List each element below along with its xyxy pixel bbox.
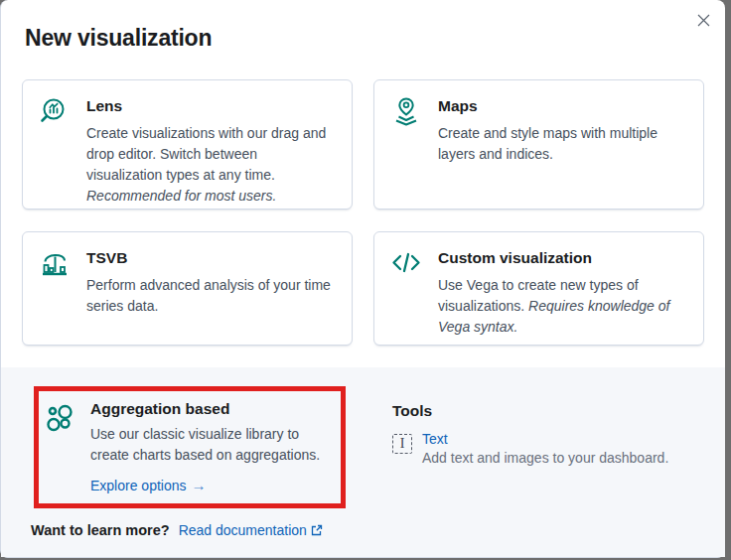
aggregation-circles-icon — [45, 404, 76, 436]
card-description: Perform advanced analysis of your time s… — [86, 275, 336, 317]
card-title: TSVB — [86, 248, 336, 268]
tools-section: Tools I Text Add text and images to your… — [392, 401, 668, 468]
aggregation-based-option[interactable]: Aggregation based Use our classic visual… — [34, 386, 346, 508]
tools-heading: Tools — [392, 401, 668, 421]
right-arrow-icon: → — [192, 476, 207, 495]
close-icon — [697, 14, 710, 27]
text-tool-link[interactable]: Text — [422, 431, 668, 448]
learn-more-prompt: Want to learn more? — [31, 522, 170, 538]
card-title: Maps — [438, 96, 687, 116]
card-tsvb[interactable]: TSVB Perform advanced analysis of your t… — [22, 231, 353, 346]
close-button[interactable] — [691, 8, 715, 32]
explore-options-link[interactable]: Explore options→ — [90, 476, 207, 495]
modal-title: New visualization — [25, 25, 701, 51]
map-pin-layers-icon — [390, 96, 422, 128]
card-maps[interactable]: Maps Create and style maps with multiple… — [373, 79, 704, 210]
card-title: Lens — [86, 96, 336, 116]
card-custom-visualization[interactable]: Custom visualization Use Vega to create … — [373, 231, 704, 346]
text-tool-icon: I — [392, 434, 412, 454]
code-brackets-icon — [390, 248, 422, 280]
lens-magnifier-chart-icon — [39, 96, 71, 128]
card-description: Use Vega to create new types of visualiz… — [438, 275, 687, 338]
card-description-plain: Perform advanced analysis of your time s… — [86, 277, 331, 314]
card-description: Create visualizations with our drag and … — [86, 123, 336, 207]
text-tool-description: Add text and images to your dashboard. — [422, 448, 668, 468]
external-link-icon — [311, 524, 323, 536]
card-description: Create and style maps with multiple laye… — [438, 123, 687, 165]
visualization-cards-grid: Lens Create visualizations with our drag… — [1, 79, 725, 346]
card-lens[interactable]: Lens Create visualizations with our drag… — [22, 79, 353, 210]
read-documentation-label: Read documentation — [179, 522, 307, 538]
modal-header: New visualization — [1, 0, 725, 51]
aggregation-title: Aggregation based — [90, 399, 333, 418]
read-documentation-link[interactable]: Read documentation — [179, 522, 323, 538]
explore-options-label: Explore options — [90, 476, 187, 495]
card-description-plain: Create visualizations with our drag and … — [86, 125, 326, 183]
new-visualization-modal: New visualization Lens Create visualizat… — [0, 0, 725, 558]
bottom-section: Aggregation based Use our classic visual… — [1, 367, 725, 557]
card-description-italic: Recommended for most users. — [86, 188, 276, 204]
aggregation-description: Use our classic visualize library to cre… — [90, 424, 333, 466]
modal-footer: Want to learn more? Read documentation — [31, 522, 701, 538]
tool-item-text: I Text Add text and images to your dashb… — [392, 431, 668, 468]
card-title: Custom visualization — [438, 248, 687, 268]
card-description-plain: Create and style maps with multiple laye… — [438, 125, 658, 162]
time-series-builder-icon — [39, 248, 71, 280]
